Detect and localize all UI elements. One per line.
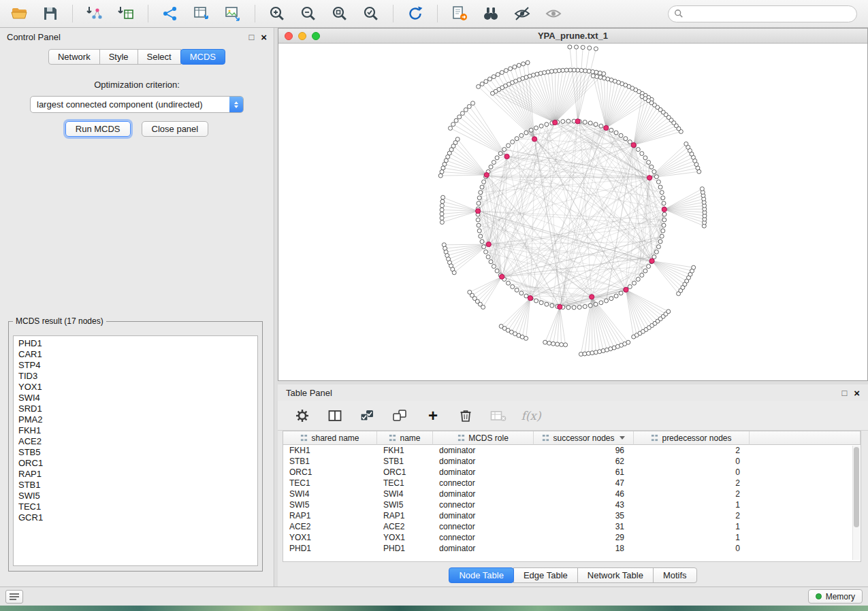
mcds-result-item[interactable]: TID3 [18, 371, 257, 382]
table-row[interactable]: PHD1PHD1dominator180 [283, 543, 861, 554]
column-header-predecessor-nodes[interactable]: predecessor nodes [634, 431, 750, 445]
column-header-name[interactable]: name [377, 431, 433, 445]
zoom-in-icon [268, 5, 286, 22]
search-icon [674, 9, 684, 18]
table-row[interactable]: ORC1ORC1dominator610 [283, 467, 861, 478]
cell-name: SWI4 [377, 489, 433, 499]
tab-select[interactable]: Select [138, 49, 181, 65]
mcds-result-item[interactable]: STP4 [18, 360, 257, 371]
cell-name: YOX1 [377, 532, 433, 543]
right-area: YPA_prune.txt_1 Table Panel □ × [278, 28, 868, 587]
mcds-result-item[interactable]: RAP1 [18, 469, 257, 480]
column-header-shared-name[interactable]: shared name [283, 431, 377, 445]
mcds-result-list[interactable]: PHD1CAR1STP4TID3YOX1SWI4SRD1PMA2FKH1ACE2… [13, 335, 258, 566]
open-session-button[interactable] [7, 3, 31, 24]
table-scrollbar[interactable] [852, 446, 860, 560]
mcds-result-item[interactable]: PMA2 [18, 414, 257, 425]
memory-status-icon [816, 593, 822, 599]
mcds-result-item[interactable]: FKH1 [18, 425, 257, 436]
delete-column-button[interactable] [456, 406, 475, 425]
column-header-mcds-role[interactable]: MCDS role [433, 431, 534, 445]
mcds-result-item[interactable]: SWI5 [18, 491, 257, 501]
cell-shared-name: PHD1 [283, 543, 377, 554]
table-row[interactable]: YOX1YOX1connector291 [283, 532, 861, 543]
float-table-panel-icon[interactable]: □ [841, 389, 847, 397]
zoom-selected-button[interactable] [359, 3, 383, 24]
export-image-button[interactable] [221, 3, 245, 24]
tab-mcds[interactable]: MCDS [180, 49, 225, 65]
mcds-result-item[interactable]: PHD1 [18, 338, 257, 349]
table-row[interactable]: RAP1RAP1dominator352 [283, 510, 861, 521]
network-canvas[interactable] [278, 44, 867, 380]
table-row[interactable]: SWI5SWI5connector431 [283, 499, 861, 510]
cell-shared-name: YOX1 [283, 532, 377, 543]
zoom-out-button[interactable] [296, 3, 321, 24]
toolbar-separator [255, 5, 255, 22]
import-table-button[interactable] [114, 3, 138, 24]
criterion-dropdown[interactable]: largest connected component (undirected) [30, 96, 244, 113]
table-export-icon [193, 5, 210, 22]
preview-button[interactable] [541, 3, 566, 24]
table-row[interactable]: STB1STB1dominator620 [283, 456, 861, 467]
mcds-result-item[interactable]: ORC1 [18, 458, 257, 469]
deselect-all-columns-button[interactable] [391, 406, 410, 425]
dropdown-stepper-icon [229, 97, 243, 112]
save-session-button[interactable] [38, 3, 63, 24]
float-panel-icon[interactable]: □ [248, 33, 254, 42]
mcds-result-item[interactable]: TEC1 [18, 501, 257, 512]
add-column-button[interactable]: + [423, 406, 443, 425]
table-row[interactable]: ACE2ACE2connector311 [283, 521, 861, 532]
status-menu-button[interactable] [5, 590, 23, 604]
column-header-label: successor nodes [553, 433, 614, 443]
memory-button[interactable]: Memory [808, 589, 863, 604]
mcds-result-item[interactable]: SRD1 [18, 403, 257, 414]
tab-style[interactable]: Style [99, 49, 138, 65]
toggle-visibility-button[interactable] [510, 3, 534, 24]
function-builder-button[interactable]: f(x) [521, 406, 541, 425]
zoom-in-button[interactable] [265, 3, 289, 24]
select-all-columns-button[interactable] [358, 406, 377, 425]
zoom-fit-button[interactable] [327, 3, 352, 24]
tab-network[interactable]: Network [48, 49, 100, 65]
cell-filler [750, 543, 861, 554]
network-window-titlebar[interactable]: YPA_prune.txt_1 [278, 29, 867, 44]
cell-shared-name: TEC1 [283, 478, 377, 489]
run-mcds-button[interactable]: Run MCDS [65, 121, 131, 137]
open-folder-icon [10, 5, 28, 22]
tab-node-table[interactable]: Node Table [449, 567, 514, 583]
clone-network-button[interactable] [447, 3, 472, 24]
table-row[interactable]: FKH1FKH1dominator962 [283, 445, 861, 456]
mcds-result-item[interactable]: GCR1 [18, 512, 257, 523]
table-row[interactable]: SWI4SWI4dominator462 [283, 489, 861, 499]
table-scrollbar-thumb[interactable] [854, 447, 859, 527]
close-panel-button[interactable]: Close panel [142, 121, 209, 137]
main-toolbar [0, 0, 868, 28]
column-header-successor-nodes[interactable]: successor nodes [534, 431, 634, 445]
close-panel-icon[interactable]: × [261, 32, 267, 42]
mcds-result-item[interactable]: SWI4 [18, 393, 257, 403]
mcds-result-item[interactable]: ACE2 [18, 436, 257, 447]
show-columns-button[interactable] [325, 406, 344, 425]
mcds-result-item[interactable]: STB1 [18, 480, 257, 491]
table-row[interactable]: TEC1TEC1connector472 [283, 478, 861, 489]
table-settings-button[interactable] [293, 406, 312, 425]
search-input[interactable] [688, 9, 851, 18]
cell-filler [750, 499, 861, 510]
new-network-button[interactable] [158, 3, 182, 24]
cell-mcds-role: dominator [433, 445, 534, 456]
tab-motifs[interactable]: Motifs [653, 567, 697, 583]
import-network-button[interactable] [82, 3, 107, 24]
delete-table-button[interactable] [489, 406, 508, 425]
refresh-view-button[interactable] [403, 3, 428, 24]
tab-network-table[interactable]: Network Table [577, 567, 654, 583]
export-table-button[interactable] [189, 3, 214, 24]
mcds-result-item[interactable]: CAR1 [18, 349, 257, 360]
toolbar-separator [148, 5, 148, 22]
mcds-result-item[interactable]: YOX1 [18, 382, 257, 393]
find-button[interactable] [479, 3, 503, 24]
mcds-result-item[interactable]: STB5 [18, 447, 257, 458]
close-table-panel-icon[interactable]: × [854, 388, 860, 398]
search-field[interactable] [668, 5, 857, 22]
sort-chevron-icon[interactable] [620, 436, 625, 440]
tab-edge-table[interactable]: Edge Table [513, 567, 578, 583]
